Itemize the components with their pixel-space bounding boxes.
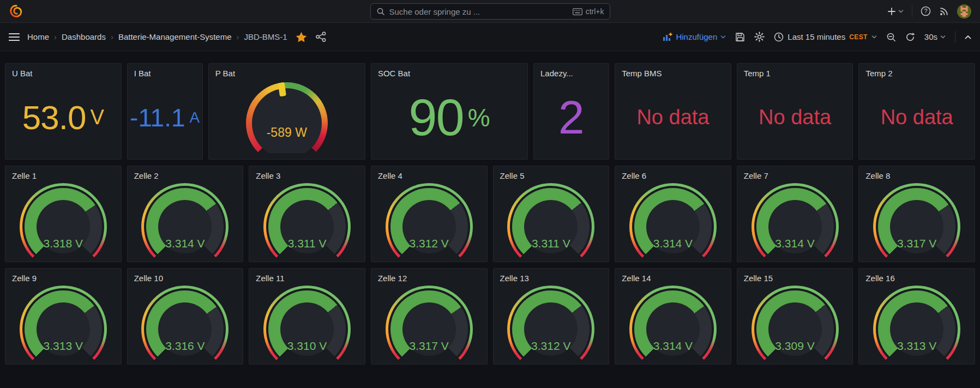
gauge-value: 3.313 V	[873, 340, 960, 353]
save-icon[interactable]	[735, 32, 745, 42]
gauge-value: -589 W	[246, 125, 328, 140]
chevron-down-icon	[898, 9, 904, 13]
cell-voltage-gauge: 3.317 V	[386, 286, 473, 361]
gauge-value: 3.312 V	[507, 340, 594, 353]
breadcrumb-dashboards[interactable]: Dashboards	[62, 32, 106, 41]
cell-voltage-gauge: 3.314 V	[141, 183, 229, 258]
cell-voltage-gauge: 3.312 V	[507, 286, 594, 361]
panel-title[interactable]: Zelle 9	[5, 269, 121, 283]
panel-title[interactable]: Zelle 16	[859, 269, 975, 283]
panel-title[interactable]: Ladezy...	[534, 64, 609, 78]
share-icon[interactable]	[316, 32, 326, 42]
stat-panel-u-bat: U Bat 53.0V	[5, 63, 122, 160]
breadcrumb-folder[interactable]: Batterie-Management-Systeme	[118, 32, 232, 41]
add-panel-label: Hinzufügen	[676, 32, 717, 41]
zoom-out-icon[interactable]	[886, 32, 896, 42]
time-range-label: Last 15 minutes	[787, 32, 845, 41]
keyboard-icon	[573, 8, 582, 15]
panel-title[interactable]: Zelle 4	[371, 166, 487, 180]
stat-panel-temp-2: Temp 2 No data	[858, 63, 975, 160]
timezone-label: CEST	[849, 33, 868, 41]
collapse-toolbar-icon[interactable]	[965, 35, 971, 39]
cell-voltage-gauge: 3.309 V	[751, 286, 839, 361]
breadcrumb-dashboard-title: JBD-BMS-1	[244, 32, 287, 41]
gauge-value: 3.309 V	[751, 340, 839, 353]
avatar[interactable]	[957, 4, 971, 19]
favorite-star-icon[interactable]	[296, 32, 307, 43]
panel-title[interactable]: Zelle 5	[494, 166, 609, 180]
cell-voltage-gauge: 3.311 V	[263, 183, 351, 258]
cell-voltage-gauge: 3.317 V	[873, 183, 960, 258]
gauge-value: 3.314 V	[141, 237, 229, 250]
panel-title[interactable]: I Bat	[128, 64, 202, 78]
stat-panel-soc-bat: SOC Bat 90%	[371, 63, 528, 160]
cell-gauge-panel: Zelle 14 3.314 V	[615, 268, 731, 365]
panel-title[interactable]: Zelle 14	[615, 269, 731, 283]
cell-voltage-gauge: 3.318 V	[20, 183, 107, 258]
cell-gauge-panel: Zelle 10 3.316 V	[127, 268, 244, 365]
cell-voltage-gauge: 3.312 V	[386, 183, 473, 258]
panel-title[interactable]: Zelle 2	[128, 166, 243, 180]
panel-title[interactable]: Zelle 6	[615, 166, 731, 180]
breadcrumb-separator: ›	[237, 32, 239, 41]
gauge-value: 3.314 V	[629, 340, 717, 353]
panel-title[interactable]: SOC Bat	[371, 64, 527, 78]
toolbar-divider	[955, 31, 955, 43]
stat-value: 2	[536, 80, 606, 155]
cell-gauge-panel: Zelle 15 3.309 V	[737, 268, 853, 365]
settings-gear-icon[interactable]	[754, 32, 765, 42]
panel-title[interactable]: Temp BMS	[615, 64, 731, 78]
nav-divider	[912, 5, 912, 17]
refresh-interval-picker[interactable]: 30s	[924, 32, 946, 41]
cell-gauge-panel: Zelle 16 3.313 V	[858, 268, 975, 365]
search-icon	[376, 7, 385, 16]
gauge-value: 3.311 V	[263, 237, 351, 250]
panel-title[interactable]: Zelle 13	[494, 269, 609, 283]
clock-icon	[774, 32, 784, 42]
cell-gauge-panel: Zelle 4 3.312 V	[371, 166, 488, 262]
panel-title[interactable]: Zelle 12	[371, 269, 487, 283]
cell-voltage-gauge: 3.310 V	[263, 286, 351, 361]
cell-voltage-gauge: 3.316 V	[141, 286, 229, 361]
gauge-value: 3.314 V	[629, 237, 717, 250]
gauge-value: 3.316 V	[141, 340, 229, 353]
chevron-down-icon	[940, 35, 946, 39]
gauge-value: 3.317 V	[386, 340, 473, 353]
panel-title[interactable]: P Bat	[209, 64, 365, 78]
cell-gauge-panel: Zelle 3 3.311 V	[249, 166, 365, 262]
help-button[interactable]: ?	[921, 6, 931, 16]
panel-title[interactable]: Zelle 8	[859, 166, 975, 180]
news-button[interactable]	[939, 7, 949, 16]
breadcrumb-home[interactable]: Home	[27, 32, 49, 41]
panel-title[interactable]: Temp 2	[859, 64, 975, 78]
cell-gauge-panel: Zelle 12 3.317 V	[371, 268, 488, 365]
panel-title[interactable]: Zelle 11	[249, 269, 365, 283]
no-data-text: No data	[739, 80, 851, 155]
new-button[interactable]	[887, 7, 904, 16]
refresh-icon[interactable]	[905, 32, 915, 42]
cell-gauge-panel: Zelle 11 3.310 V	[249, 268, 365, 365]
breadcrumb-separator: ›	[111, 32, 113, 41]
stat-panel-temp-1: Temp 1 No data	[737, 63, 853, 160]
add-panel-button[interactable]: Hinzufügen	[663, 32, 726, 42]
grafana-logo[interactable]	[9, 4, 23, 19]
panel-title[interactable]: U Bat	[5, 64, 121, 78]
panel-title[interactable]: Zelle 3	[249, 166, 365, 180]
cell-gauge-panel: Zelle 2 3.314 V	[127, 166, 244, 262]
panel-title[interactable]: Zelle 1	[5, 166, 121, 180]
panel-title[interactable]: Temp 1	[737, 64, 853, 78]
time-range-picker[interactable]: Last 15 minutes CEST	[774, 32, 877, 42]
search-placeholder: Suche oder springe zu ...	[389, 7, 568, 16]
menu-icon[interactable]	[9, 33, 20, 41]
cell-voltage-gauge: 3.314 V	[751, 183, 839, 258]
panel-title[interactable]: Zelle 7	[737, 166, 853, 180]
stat-panel-ladezyklen: Ladezy... 2	[533, 63, 609, 160]
panel-title[interactable]: Zelle 15	[737, 269, 853, 283]
gauge-value: 3.318 V	[20, 237, 107, 250]
gauge-value: 3.311 V	[507, 237, 594, 250]
search-input[interactable]: Suche oder springe zu ... ctrl+k	[370, 3, 610, 20]
stat-panel-temp-bms: Temp BMS No data	[615, 63, 731, 160]
gauge-value: 3.317 V	[873, 237, 960, 250]
svg-text:?: ?	[924, 8, 927, 14]
panel-title[interactable]: Zelle 10	[128, 269, 243, 283]
